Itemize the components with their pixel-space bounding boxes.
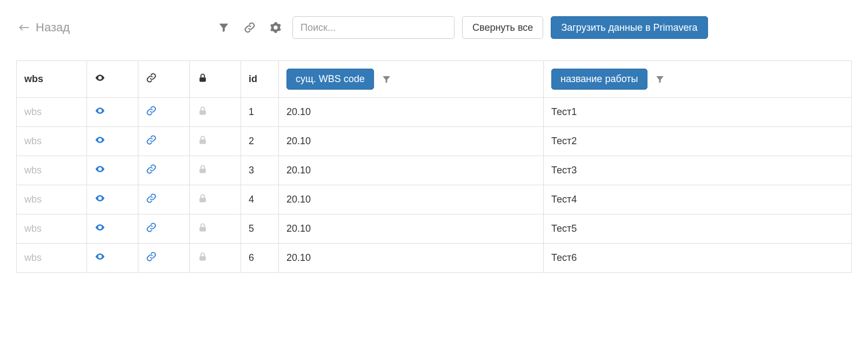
cell-wbs-code: 20.10 — [279, 214, 544, 244]
cell-link[interactable] — [138, 214, 190, 244]
wbs-code-header-button[interactable]: сущ. WBS code — [286, 69, 374, 90]
lock-icon — [197, 251, 208, 262]
eye-icon — [95, 72, 105, 83]
cell-id: 1 — [241, 98, 279, 127]
header-link[interactable] — [138, 61, 190, 98]
load-primavera-button[interactable]: Загрузить данные в Primavera — [551, 16, 707, 39]
cell-visibility[interactable] — [87, 185, 138, 214]
cell-lock[interactable] — [190, 156, 241, 185]
cell-wbs-code: 20.10 — [279, 185, 544, 214]
cell-id: 2 — [241, 127, 279, 156]
cell-wbs: wbs — [17, 127, 87, 156]
eye-icon — [95, 134, 105, 145]
cell-wbs: wbs — [17, 185, 87, 214]
eye-icon — [95, 251, 105, 262]
lock-icon — [197, 134, 208, 145]
table-row[interactable]: wbs520.10Тест5 — [17, 214, 852, 244]
header-visibility[interactable] — [87, 61, 138, 98]
lock-icon — [197, 105, 208, 116]
cell-link[interactable] — [138, 156, 190, 185]
lock-icon — [197, 193, 208, 204]
link-icon — [146, 193, 157, 204]
filter-icon — [382, 75, 391, 84]
cell-work-name: Тест1 — [544, 98, 852, 127]
cell-wbs: wbs — [17, 98, 87, 127]
lock-icon — [197, 72, 208, 83]
table-row[interactable]: wbs620.10Тест6 — [17, 244, 852, 273]
cell-lock[interactable] — [190, 127, 241, 156]
table-header-row: wbs id сущ. WBS code н — [17, 61, 852, 98]
wbs-code-filter[interactable] — [382, 75, 391, 84]
arrow-left-icon — [16, 22, 32, 33]
cell-link[interactable] — [138, 127, 190, 156]
link-icon — [146, 105, 157, 116]
link-icon — [146, 72, 157, 83]
back-link[interactable]: Назад — [16, 21, 70, 35]
cell-visibility[interactable] — [87, 156, 138, 185]
header-id: id — [241, 61, 279, 98]
eye-icon — [95, 193, 105, 204]
cell-work-name: Тест5 — [544, 214, 852, 244]
cell-wbs-code: 20.10 — [279, 156, 544, 185]
link-icon — [146, 251, 157, 262]
header-wbs-code: сущ. WBS code — [279, 61, 544, 98]
filter-icon — [655, 75, 665, 84]
cell-wbs-code: 20.10 — [279, 244, 544, 273]
cell-link[interactable] — [138, 244, 190, 273]
data-table: wbs id сущ. WBS code н — [16, 60, 852, 273]
link-icon — [244, 22, 256, 33]
cell-visibility[interactable] — [87, 214, 138, 244]
table-row[interactable]: wbs420.10Тест4 — [17, 185, 852, 214]
cell-id: 6 — [241, 244, 279, 273]
cell-work-name: Тест6 — [544, 244, 852, 273]
toolbar: Назад Свернуть все Загрузить данные в Pr… — [16, 16, 852, 39]
cell-visibility[interactable] — [87, 98, 138, 127]
work-name-filter[interactable] — [655, 75, 665, 84]
eye-icon — [95, 222, 105, 233]
lock-icon — [197, 164, 208, 174]
back-label: Назад — [36, 21, 70, 35]
work-name-header-button[interactable]: название работы — [551, 69, 647, 90]
cell-visibility[interactable] — [87, 127, 138, 156]
search-input[interactable] — [292, 16, 455, 39]
cell-lock[interactable] — [190, 98, 241, 127]
filter-button[interactable] — [215, 18, 233, 37]
cell-link[interactable] — [138, 98, 190, 127]
cell-id: 4 — [241, 185, 279, 214]
collapse-all-button[interactable]: Свернуть все — [462, 16, 543, 39]
cell-id: 3 — [241, 156, 279, 185]
cell-wbs: wbs — [17, 214, 87, 244]
header-lock[interactable] — [190, 61, 241, 98]
eye-icon — [95, 105, 105, 116]
cell-lock[interactable] — [190, 214, 241, 244]
link-icon — [146, 134, 157, 145]
cell-work-name: Тест3 — [544, 156, 852, 185]
filter-icon — [218, 22, 230, 33]
cell-link[interactable] — [138, 185, 190, 214]
header-wbs: wbs — [17, 61, 87, 98]
link-icon — [146, 164, 157, 174]
cell-wbs-code: 20.10 — [279, 98, 544, 127]
cell-wbs-code: 20.10 — [279, 127, 544, 156]
cell-wbs: wbs — [17, 156, 87, 185]
cell-wbs: wbs — [17, 244, 87, 273]
eye-icon — [95, 164, 105, 174]
cell-work-name: Тест2 — [544, 127, 852, 156]
table-row[interactable]: wbs120.10Тест1 — [17, 98, 852, 127]
cell-visibility[interactable] — [87, 244, 138, 273]
link-button[interactable] — [241, 18, 259, 37]
lock-icon — [197, 222, 208, 233]
table-row[interactable]: wbs220.10Тест2 — [17, 127, 852, 156]
header-work-name: название работы — [544, 61, 852, 98]
table-row[interactable]: wbs320.10Тест3 — [17, 156, 852, 185]
gear-icon — [270, 22, 282, 33]
cell-work-name: Тест4 — [544, 185, 852, 214]
link-icon — [146, 222, 157, 233]
settings-button[interactable] — [266, 18, 285, 37]
cell-id: 5 — [241, 214, 279, 244]
cell-lock[interactable] — [190, 185, 241, 214]
cell-lock[interactable] — [190, 244, 241, 273]
